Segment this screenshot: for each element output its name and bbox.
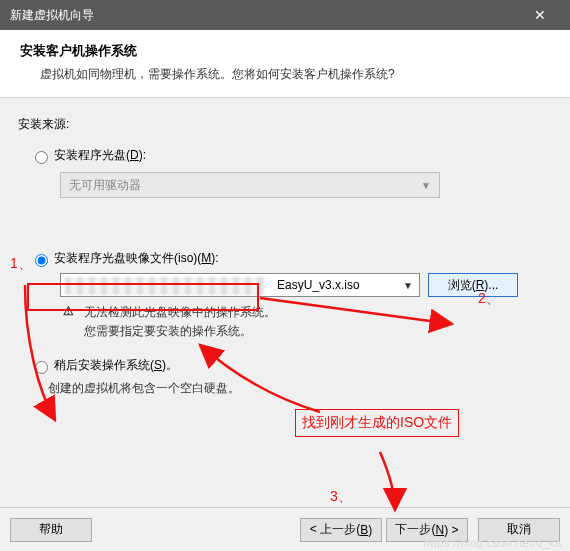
chevron-down-icon: ▼ [403,280,413,291]
radio-installer-disc[interactable]: 安装程序光盘(D): [30,147,552,164]
cancel-button[interactable]: 取消 [478,518,560,542]
browse-button[interactable]: 浏览(R)... [428,273,518,297]
radio-iso-file-input[interactable] [35,254,48,267]
annotation-number-3: 3、 [330,488,352,506]
radio-installer-disc-input[interactable] [35,151,48,164]
radio-iso-file[interactable]: 安装程序光盘映像文件(iso)(M): [30,250,552,267]
install-later-note: 创建的虚拟机将包含一个空白硬盘。 [48,380,552,397]
window-title: 新建虚拟机向导 [10,7,94,24]
header-heading: 安装客户机操作系统 [20,42,550,60]
back-button[interactable]: < 上一步(B) [300,518,382,542]
iso-path-blur [65,277,265,295]
button-bar: 帮助 < 上一步(B) 下一步(N) > 取消 [0,507,570,551]
iso-path-combo[interactable]: EasyU_v3.x.iso ▼ [60,273,420,297]
iso-warning-text: 无法检测此光盘映像中的操作系统。 您需要指定要安装的操作系统。 [84,303,276,341]
radio-disc-label: 安装程序光盘(D): [54,147,146,164]
radio-install-later[interactable]: 稍后安装操作系统(S)。 [30,357,552,374]
content-area: 安装来源: 安装程序光盘(D): 无可用驱动器 ▼ 安装程序光盘映像文件(iso… [0,98,570,397]
disc-drive-dropdown[interactable]: 无可用驱动器 ▼ [60,172,440,198]
help-button[interactable]: 帮助 [10,518,92,542]
annotation-tip-iso: 找到刚才生成的ISO文件 [295,409,459,437]
chevron-down-icon: ▼ [421,180,431,191]
radio-iso-label: 安装程序光盘映像文件(iso)(M): [54,250,219,267]
radio-install-later-input[interactable] [35,361,48,374]
radio-later-label: 稍后安装操作系统(S)。 [54,357,178,374]
next-button[interactable]: 下一步(N) > [386,518,468,542]
warning-icon: ⚠ [60,303,76,319]
wizard-header: 安装客户机操作系统 虚拟机如同物理机，需要操作系统。您将如何安装客户机操作系统? [0,30,570,98]
iso-path-text: EasyU_v3.x.iso [277,278,360,292]
close-icon[interactable]: ✕ [520,7,560,23]
iso-warning: ⚠ 无法检测此光盘映像中的操作系统。 您需要指定要安装的操作系统。 [60,303,552,341]
source-label: 安装来源: [18,116,552,133]
header-subheading: 虚拟机如同物理机，需要操作系统。您将如何安装客户机操作系统? [20,66,550,83]
titlebar: 新建虚拟机向导 ✕ [0,0,570,30]
disc-drive-value: 无可用驱动器 [69,177,141,194]
iso-path-row: EasyU_v3.x.iso ▼ 浏览(R)... [60,273,552,297]
